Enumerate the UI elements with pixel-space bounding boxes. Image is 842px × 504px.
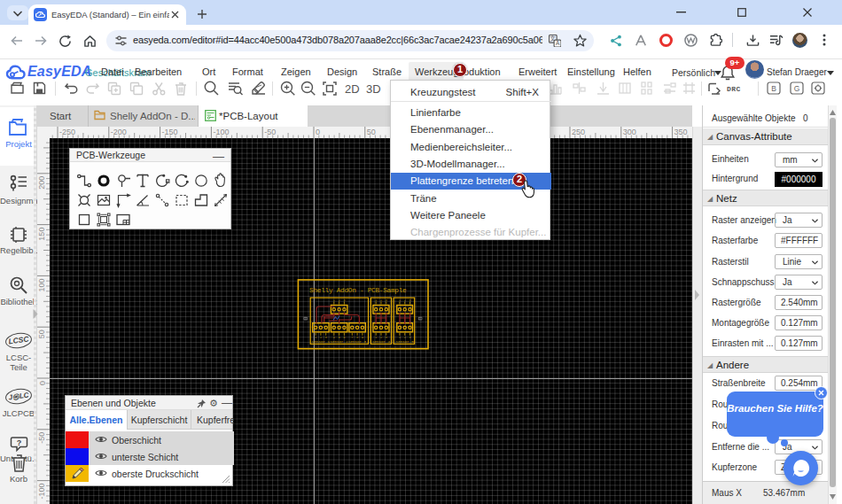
svg-text:Sensor 1: Sensor 1 — [312, 340, 331, 344]
svg-text:1: 1 — [399, 336, 401, 339]
svg-text:Sensor 4: Sensor 4 — [372, 340, 391, 344]
svg-text:B: B — [771, 84, 776, 93]
svg-text:5: 5 — [339, 336, 340, 339]
svg-text:6: 6 — [343, 336, 345, 339]
svg-text:200: 200 — [38, 176, 47, 190]
svg-text:Sensor 5: Sensor 5 — [396, 340, 415, 344]
svg-text:7: 7 — [351, 336, 353, 339]
svg-text:-150: -150 — [162, 128, 178, 136]
svg-text:-250: -250 — [59, 128, 75, 136]
svg-text:?: ? — [17, 438, 22, 447]
svg-text:G: G — [794, 84, 800, 93]
svg-text:-100: -100 — [213, 128, 229, 136]
svg-text:2: 2 — [404, 299, 406, 302]
svg-text:250: 250 — [572, 128, 585, 136]
svg-text:Sensor 2: Sensor 2 — [331, 340, 349, 344]
svg-text:1: 1 — [315, 336, 316, 339]
svg-text:0: 0 — [316, 128, 320, 136]
svg-text:2: 2 — [320, 336, 322, 339]
svg-text:3: 3 — [409, 336, 411, 339]
svg-text:100: 100 — [38, 278, 47, 291]
svg-text:3: 3 — [386, 336, 387, 339]
svg-text:-50: -50 — [38, 432, 47, 444]
svg-text:0: 0 — [38, 381, 47, 385]
svg-text:4: 4 — [333, 336, 335, 339]
svg-text:Sensor 3: Sensor 3 — [348, 340, 367, 344]
svg-text:50: 50 — [38, 330, 47, 338]
svg-text:2: 2 — [404, 336, 406, 339]
svg-text:A: A — [556, 40, 560, 46]
svg-text:3: 3 — [386, 299, 387, 302]
svg-text:1: 1 — [399, 299, 401, 302]
svg-text:-100: -100 — [38, 484, 47, 500]
svg-text:50: 50 — [367, 128, 376, 136]
svg-text:9: 9 — [362, 336, 363, 339]
svg-text:2: 2 — [380, 336, 382, 339]
svg-text:1: 1 — [375, 336, 377, 339]
svg-text:8: 8 — [356, 336, 358, 339]
svg-text:-50: -50 — [264, 128, 276, 136]
svg-text:2: 2 — [380, 299, 382, 302]
svg-text:Shelly AddOn - PCB-Sample: Shelly AddOn - PCB-Sample — [309, 287, 407, 294]
svg-text:1: 1 — [375, 299, 377, 302]
svg-text:3: 3 — [343, 299, 345, 302]
svg-text:300: 300 — [623, 128, 636, 136]
svg-text:150: 150 — [38, 228, 47, 241]
svg-text:3: 3 — [409, 299, 411, 302]
svg-text:2: 2 — [339, 299, 340, 302]
svg-text:3: 3 — [325, 336, 327, 339]
svg-text:-200: -200 — [111, 128, 127, 136]
svg-text:1: 1 — [333, 299, 335, 302]
svg-text:350: 350 — [674, 128, 688, 136]
